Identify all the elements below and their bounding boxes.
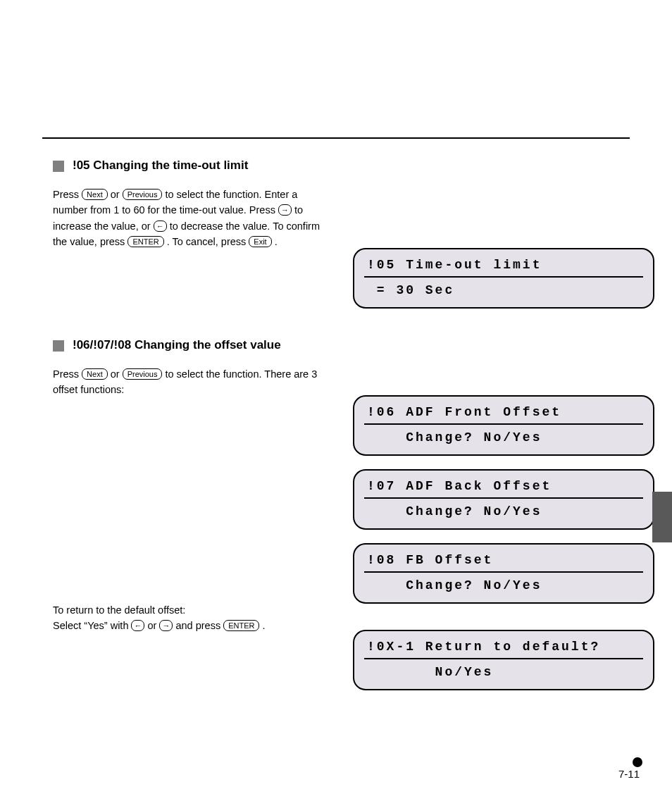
bullet-icon <box>633 757 642 767</box>
left-arrow-key-icon: ← <box>154 220 167 232</box>
section-body: Press Next or Previous to select the fun… <box>53 366 321 398</box>
lcd-line: Change? No/Yes <box>364 571 643 597</box>
previous-key-icon: Previous <box>123 189 163 200</box>
text: Press <box>53 368 82 380</box>
previous-key-icon: Previous <box>123 368 163 380</box>
section-marker-icon <box>53 340 64 352</box>
lcd-display-timeout: !05 Time-out limit = 30 Sec <box>353 248 654 309</box>
lcd-display-fb-offset: !08 FB Offset Change? No/Yes <box>353 543 654 604</box>
lcd-line: !06 ADF Front Offset <box>364 404 643 423</box>
lcd-line: !07 ADF Back Offset <box>364 478 643 497</box>
text: . <box>263 620 266 631</box>
lcd-line: Change? No/Yes <box>364 423 643 449</box>
footer <box>633 757 642 767</box>
lcd-display-adf-back: !07 ADF Back Offset Change? No/Yes <box>353 469 654 530</box>
lcd-line: Change? No/Yes <box>364 497 643 523</box>
text: to select the function. <box>166 368 262 380</box>
text: To return to the default offset: <box>53 604 185 616</box>
enter-key-icon: ENTER <box>223 620 259 631</box>
text: . To cancel, press <box>167 236 249 247</box>
section-title: !05 Changing the time-out limit <box>73 159 248 173</box>
header-rule <box>42 137 630 139</box>
lcd-display-return-default: !0X-1 Return to default? No/Yes <box>353 630 654 690</box>
lcd-line: !0X-1 Return to default? <box>364 638 643 658</box>
next-key-icon: Next <box>82 368 108 380</box>
page-number: 7-11 <box>618 768 640 780</box>
text: Select “Yes” with <box>53 620 131 631</box>
lcd-line: !05 Time-out limit <box>364 256 643 276</box>
section-heading: !05 Changing the time-out limit <box>53 159 630 173</box>
text: or <box>111 189 123 200</box>
page: !05 Changing the time-out limit Press Ne… <box>0 0 672 808</box>
left-arrow-key-icon: ← <box>131 620 144 631</box>
text: or <box>148 620 160 631</box>
text: . <box>275 236 278 247</box>
text: to select the function. <box>166 189 262 200</box>
lcd-line: !08 FB Offset <box>364 552 643 571</box>
right-arrow-key-icon: → <box>159 620 173 631</box>
text: and press <box>175 620 223 631</box>
text: Press <box>53 189 82 200</box>
chapter-tab <box>652 492 672 542</box>
enter-key-icon: ENTER <box>127 236 163 247</box>
section-body: Press Next or Previous to select the fun… <box>53 187 321 250</box>
next-key-icon: Next <box>82 189 108 200</box>
section-marker-icon <box>53 161 64 172</box>
text: or <box>111 368 123 380</box>
lcd-line: = 30 Sec <box>364 276 643 302</box>
return-default-instruction: To return to the default offset: Select … <box>53 602 321 634</box>
right-arrow-key-icon: → <box>278 204 292 216</box>
exit-key-icon: Exit <box>249 236 271 247</box>
lcd-display-adf-front: !06 ADF Front Offset Change? No/Yes <box>353 395 654 456</box>
section-heading: !06/!07/!08 Changing the offset value <box>53 338 630 352</box>
section-title: !06/!07/!08 Changing the offset value <box>73 338 281 352</box>
section-timeout: !05 Changing the time-out limit Press Ne… <box>53 159 630 250</box>
lcd-line: No/Yes <box>364 658 643 683</box>
